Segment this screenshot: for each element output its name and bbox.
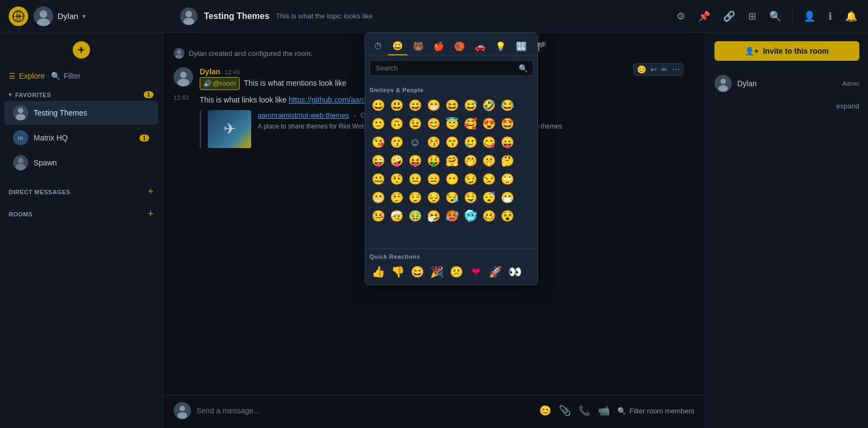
video-button[interactable]: 📹 [598,405,610,417]
emoji-item[interactable]: 😉 [406,115,424,132]
quick-reaction-eyes[interactable]: 👀 [506,263,524,280]
emoji-item[interactable]: 🥵 [443,207,461,225]
add-room-button[interactable]: + [148,208,154,220]
emoji-item[interactable]: 😛 [499,133,516,151]
emoji-item[interactable]: 😌 [406,189,424,206]
emoji-item[interactable]: 😅 [462,97,479,114]
emoji-cat-food[interactable]: 🍎 [429,38,449,55]
call-button[interactable]: 📞 [578,405,590,417]
more-button[interactable]: ⋯ [672,65,680,74]
filter-members-button[interactable]: 🔍 Filter room members [617,407,694,415]
add-room-button[interactable]: + [73,41,90,59]
emoji-item[interactable]: 😜 [369,152,387,169]
emoji-item[interactable]: 😏 [462,170,479,188]
emoji-item[interactable]: 😆 [443,97,461,114]
filter-button[interactable]: 🔍 Filter [51,72,80,80]
emoji-item[interactable]: 😶 [443,170,461,188]
reply-button[interactable]: ↩ [650,65,657,74]
quick-reaction-heart[interactable]: ❤ [467,263,484,280]
emoji-item[interactable]: 🤕 [388,207,405,225]
add-direct-message-button[interactable]: + [148,186,154,197]
emoji-item[interactable]: 😪 [443,189,461,206]
emoji-item[interactable]: 😵 [499,207,516,225]
emoji-item[interactable]: 🤩 [499,115,516,132]
emoji-button[interactable]: 😊 [539,405,551,417]
bell-icon[interactable]: 🔔 [843,8,859,24]
emoji-item[interactable]: 😷 [499,189,516,206]
emoji-item[interactable]: 😃 [388,97,405,114]
emoji-item[interactable]: 😐 [406,170,424,188]
emoji-item[interactable]: 🥲 [462,133,479,151]
emoji-cat-travel[interactable]: 🚗 [470,38,490,55]
emoji-item[interactable]: 🤢 [406,207,424,225]
emoji-item[interactable]: 🤭 [462,152,479,169]
emoji-item[interactable]: 🤣 [480,97,497,114]
invite-button[interactable]: 👤+ Invite to this room [714,41,859,61]
share-icon[interactable]: 🔗 [721,8,737,24]
emoji-cat-animals[interactable]: 🐻 [409,38,428,55]
emoji-item[interactable]: 🤥 [388,189,405,206]
emoji-item[interactable]: 😑 [425,170,442,188]
quick-reaction-confused[interactable]: 😕 [448,263,465,280]
quick-reaction-thumbsup[interactable]: 👍 [369,263,387,280]
quick-reaction-grin[interactable]: 😄 [409,263,426,280]
pin-icon[interactable]: 📌 [696,8,712,24]
emoji-item[interactable]: 😋 [480,133,497,151]
emoji-cat-flags[interactable]: 🏴 [532,38,552,55]
emoji-item[interactable]: 😒 [480,170,497,188]
sidebar-item-matrix-hq[interactable]: m Matrix HQ 1 [4,126,158,150]
emoji-item[interactable]: 😇 [443,115,461,132]
emoji-item[interactable]: 😍 [480,115,497,132]
emoji-item[interactable]: 😀 [369,97,387,114]
emoji-cat-smileys[interactable]: 😀 [388,37,407,55]
emoji-item[interactable]: 😙 [443,133,461,151]
member-item-dylan[interactable]: Dylan Admin [706,69,868,98]
emoji-item[interactable]: 🥰 [462,115,479,132]
emoji-item[interactable]: 🤒 [369,207,387,225]
emoji-item[interactable]: 😂 [499,97,516,114]
emoji-item[interactable]: 🤨 [388,170,405,188]
emoji-item[interactable]: 😁 [425,97,442,114]
quick-reaction-thumbsdown[interactable]: 👎 [389,263,406,280]
emoji-item[interactable]: 😄 [406,97,424,114]
sidebar-item-testing-themes[interactable]: Testing Themes [4,101,158,125]
expand-button[interactable]: expand [706,98,868,114]
emoji-item[interactable]: 🤤 [462,189,479,206]
emoji-item[interactable]: 🤐 [369,170,387,188]
quick-reaction-rocket[interactable]: 🚀 [487,263,504,280]
server-icon[interactable] [9,7,28,26]
emoji-item[interactable]: 🙃 [388,115,405,132]
emoji-item[interactable]: 😔 [425,189,442,206]
grid-icon[interactable]: ⊞ [746,8,758,24]
emoji-item[interactable]: 🤑 [425,152,442,169]
emoji-item[interactable]: 😚 [425,133,442,151]
emoji-item[interactable]: 🤫 [480,152,497,169]
emoji-item[interactable]: 🙄 [499,170,516,188]
settings-icon[interactable]: ⚙ [674,8,687,24]
emoji-item[interactable]: 🤗 [443,152,461,169]
emoji-item[interactable]: 😴 [480,189,497,206]
emoji-item[interactable]: ☺ [406,133,424,151]
emoji-cat-symbols[interactable]: 🔣 [512,38,531,55]
emoji-item[interactable]: 😬 [369,189,387,206]
search-icon[interactable]: 🔍 [767,8,783,24]
emoji-cat-activities[interactable]: 🏀 [450,38,469,55]
sidebar-item-spawn[interactable]: Spawn [4,151,158,175]
emoji-item[interactable]: 🤔 [499,152,516,169]
people-icon[interactable]: 👤 [801,8,818,24]
emoji-item[interactable]: 😗 [388,133,405,151]
react-button[interactable]: 😊 [637,65,646,74]
emoji-search-input[interactable] [369,60,533,76]
emoji-item[interactable]: 😊 [425,115,442,132]
info-icon[interactable]: ℹ [826,8,834,24]
emoji-cat-recent[interactable]: ⏱ [369,39,387,55]
emoji-item[interactable]: 🤪 [388,152,405,169]
quick-reaction-party[interactable]: 🎉 [428,263,445,280]
emoji-item[interactable]: 😝 [406,152,424,169]
attach-button[interactable]: 📎 [559,405,571,417]
emoji-item[interactable]: 🥶 [462,207,479,225]
emoji-item[interactable]: 😘 [369,133,387,151]
link-title[interactable]: aaronraimist/riot-web-themes [258,111,349,119]
emoji-item[interactable]: 🤧 [425,207,442,225]
emoji-item[interactable]: 🥴 [480,207,497,225]
